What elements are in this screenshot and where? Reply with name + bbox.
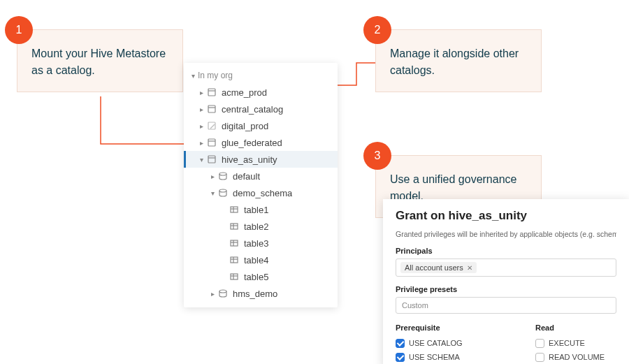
svg-rect-26: [231, 274, 238, 279]
table-icon: [229, 204, 240, 215]
schema-item-default[interactable]: ▸ default: [184, 168, 338, 184]
priv-use-catalog: USE CATALOG: [409, 339, 463, 347]
tree-item-label: glue_federated: [222, 138, 282, 148]
schema-item-demo-schema[interactable]: ▾ demo_schema: [184, 184, 338, 201]
catalog-item-digital-prod[interactable]: ▸ digital_prod: [184, 117, 338, 134]
chevron-right-icon: ▸: [208, 290, 217, 298]
tree-item-label: table3: [244, 238, 268, 249]
chevron-right-icon: ▸: [196, 105, 206, 113]
col-prerequisite: Prerequisite: [396, 323, 535, 332]
priv-read-volume: READ VOLUME: [549, 353, 605, 361]
database-icon: [217, 187, 229, 198]
tree-item-label: table5: [244, 272, 268, 282]
svg-rect-6: [208, 122, 215, 129]
chevron-right-icon: ▸: [196, 122, 206, 130]
table-item-table3[interactable]: table3: [184, 235, 338, 252]
chevron-right-icon: ▸: [208, 173, 217, 180]
chevron-down-icon: ▾: [196, 156, 206, 163]
database-icon: [217, 170, 229, 182]
catalog-icon: [206, 87, 217, 98]
grant-title: Grant on hive_as_unity: [396, 209, 616, 223]
close-icon[interactable]: ✕: [467, 264, 472, 272]
table-icon: [229, 271, 240, 282]
chevron-right-icon: ▸: [196, 139, 206, 147]
svg-rect-14: [231, 207, 238, 212]
table-item-table5[interactable]: table5: [184, 268, 338, 285]
tree-item-label: table4: [244, 255, 268, 265]
principals-field[interactable]: All account users ✕: [396, 259, 616, 277]
tree-item-label: table1: [244, 205, 268, 215]
table-item-table4[interactable]: table4: [184, 252, 338, 268]
table-item-table1[interactable]: table1: [184, 201, 338, 218]
grant-subtitle: Granted privileges will be inherited by …: [396, 230, 616, 238]
svg-rect-10: [208, 156, 215, 163]
checkbox-execute[interactable]: [535, 339, 544, 348]
svg-rect-23: [231, 257, 238, 263]
svg-rect-8: [208, 139, 215, 146]
svg-point-29: [219, 290, 226, 293]
database-icon: [217, 288, 229, 299]
schema-item-hms-demo[interactable]: ▸ hms_demo: [184, 285, 338, 302]
callout-badge-3: 3: [363, 142, 391, 170]
callout-badge-1: 1: [5, 16, 33, 44]
checkbox-use-schema[interactable]: [396, 353, 405, 362]
chevron-down-icon: ▾: [188, 72, 198, 80]
tree-item-label: hive_as_unity: [222, 154, 277, 165]
tree-item-label: hms_demo: [233, 289, 277, 299]
col-read: Read: [535, 323, 554, 332]
tree-root[interactable]: ▾ In my org: [184, 67, 338, 84]
tree-item-label: digital_prod: [222, 121, 268, 131]
svg-rect-4: [208, 105, 215, 112]
priv-execute: EXECUTE: [549, 339, 585, 347]
priv-use-schema: USE SCHEMA: [409, 353, 460, 361]
presets-select[interactable]: Custom: [396, 297, 616, 314]
svg-rect-17: [231, 224, 238, 229]
tree-item-label: demo_schema: [233, 188, 292, 198]
principals-label: Principals: [396, 247, 616, 255]
svg-rect-2: [208, 89, 215, 96]
table-icon: [229, 221, 240, 232]
catalog-item-glue-federated[interactable]: ▸ glue_federated: [184, 134, 338, 151]
catalog-item-central-catalog[interactable]: ▸ central_catalog: [184, 101, 338, 117]
callout-badge-2: 2: [363, 16, 391, 44]
catalog-item-hive-as-unity[interactable]: ▾ hive_as_unity: [184, 151, 338, 168]
svg-line-7: [210, 124, 215, 129]
presets-label: Privilege presets: [396, 285, 616, 293]
svg-point-12: [219, 173, 226, 175]
principal-chip-label: All account users: [405, 263, 463, 272]
catalog-item-acme-prod[interactable]: ▸ acme_prod: [184, 84, 338, 101]
chevron-right-icon: ▸: [196, 89, 206, 96]
table-icon: [229, 254, 240, 265]
catalog-shared-icon: [206, 120, 217, 131]
tree-root-label: In my org: [198, 71, 233, 80]
checkbox-use-catalog[interactable]: [396, 339, 405, 348]
catalog-icon: [206, 103, 217, 115]
catalog-icon: [206, 154, 217, 165]
table-item-table2[interactable]: table2: [184, 218, 338, 235]
tree-item-label: default: [233, 171, 260, 182]
chevron-down-icon: ▾: [208, 189, 217, 197]
catalog-icon: [206, 137, 217, 148]
tree-item-label: table2: [244, 221, 268, 232]
tree-item-label: acme_prod: [222, 87, 267, 98]
svg-point-13: [219, 189, 226, 192]
table-icon: [229, 238, 240, 249]
tree-item-label: central_catalog: [222, 104, 283, 115]
grant-dialog: Grant on hive_as_unity Granted privilege…: [383, 199, 629, 364]
checkbox-read-volume[interactable]: [535, 353, 544, 362]
svg-rect-20: [231, 240, 238, 246]
catalog-tree-panel: ▾ In my org ▸ acme_prod ▸ central_catalo…: [184, 63, 338, 307]
principal-chip[interactable]: All account users ✕: [400, 262, 477, 273]
